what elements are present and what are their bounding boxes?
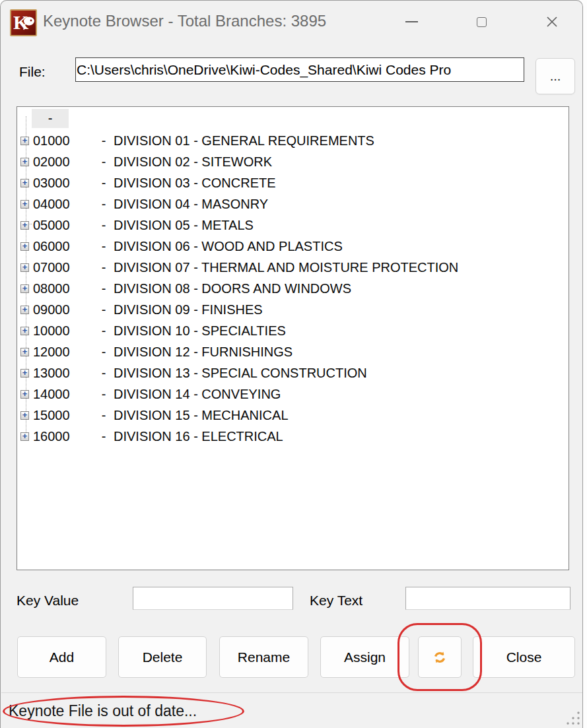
expand-plus-icon[interactable]: +	[20, 158, 29, 166]
tree-item-code: 10000	[33, 323, 94, 339]
tree-item[interactable]: +02000-DIVISION 02 - SITEWORK	[17, 151, 568, 172]
tree-item-separator: -	[94, 197, 114, 212]
tree-item-code: 14000	[33, 387, 94, 402]
tree-item[interactable]: +09000-DIVISION 09 - FINISHES	[17, 299, 568, 320]
expand-plus-icon[interactable]: +	[20, 390, 29, 399]
tree-item-separator: -	[94, 176, 114, 191]
tree-item-label: DIVISION 01 - GENERAL REQUIREMENTS	[114, 133, 374, 149]
expand-plus-icon[interactable]: +	[20, 221, 29, 230]
tree-item-code: 13000	[33, 366, 94, 381]
key-value-input[interactable]	[133, 587, 293, 610]
tree-item[interactable]: +13000-DIVISION 13 - SPECIAL CONSTRUCTIO…	[17, 362, 568, 383]
kiwi-bird-icon	[23, 16, 35, 30]
tree-rows: +01000-DIVISION 01 - GENERAL REQUIREMENT…	[17, 130, 568, 447]
rename-button[interactable]: Rename	[219, 636, 308, 678]
tree-item-separator: -	[94, 239, 114, 254]
maximize-icon	[477, 17, 487, 27]
tree-item-label: DIVISION 16 - ELECTRICAL	[114, 429, 283, 444]
tree-item-separator: -	[94, 154, 114, 170]
tree-item-separator: -	[94, 133, 114, 149]
expand-plus-icon[interactable]: +	[20, 348, 29, 356]
keynote-tree-view[interactable]: - +01000-DIVISION 01 - GENERAL REQUIREME…	[17, 106, 569, 570]
tree-item[interactable]: +03000-DIVISION 03 - CONCRETE	[17, 172, 568, 193]
minimize-icon	[405, 21, 418, 22]
tree-item-label: DIVISION 07 - THERMAL AND MOISTURE PROTE…	[114, 260, 458, 275]
tree-root-node[interactable]: -	[32, 109, 69, 128]
tree-item-label: DIVISION 06 - WOOD AND PLASTICS	[114, 239, 343, 254]
key-text-label: Key Text	[310, 593, 363, 609]
file-label: File:	[19, 64, 46, 80]
tree-item-code: 06000	[33, 239, 94, 254]
expand-plus-icon[interactable]: +	[20, 284, 29, 293]
screen: K Keynote Browser - Total Branches: 3895…	[0, 0, 587, 728]
tree-item-label: DIVISION 15 - MECHANICAL	[114, 408, 289, 423]
expand-plus-icon[interactable]: +	[20, 369, 29, 378]
tree-item-code: 08000	[33, 281, 94, 296]
expand-plus-icon[interactable]: +	[20, 200, 29, 209]
expand-plus-icon[interactable]: +	[20, 327, 29, 335]
close-icon	[545, 15, 559, 28]
tree-item-separator: -	[94, 260, 114, 275]
expand-plus-icon[interactable]: +	[20, 263, 29, 272]
minimize-button[interactable]	[396, 9, 427, 35]
add-button[interactable]: Add	[17, 636, 106, 678]
window-title: Keynote Browser - Total Branches: 3895	[43, 12, 326, 30]
file-path-input[interactable]	[75, 57, 524, 82]
tree-item[interactable]: +06000-DIVISION 06 - WOOD AND PLASTICS	[17, 236, 568, 257]
keynote-browser-window: K Keynote Browser - Total Branches: 3895…	[0, 0, 583, 728]
tree-item-separator: -	[94, 408, 114, 423]
tree-item[interactable]: +08000-DIVISION 08 - DOORS AND WINDOWS	[17, 278, 568, 299]
key-text-input[interactable]	[405, 587, 570, 610]
tree-item-label: DIVISION 10 - SPECIALTIES	[114, 323, 286, 339]
tree-item[interactable]: +16000-DIVISION 16 - ELECTRICAL	[17, 426, 568, 447]
tree-item-separator: -	[94, 281, 114, 296]
tree-item-label: DIVISION 13 - SPECIAL CONSTRUCTION	[114, 366, 367, 381]
tree-item-code: 04000	[33, 197, 94, 212]
tree-item-separator: -	[94, 323, 114, 339]
expand-plus-icon[interactable]: +	[20, 179, 29, 187]
tree-item-code: 12000	[33, 345, 94, 360]
tree-item[interactable]: +15000-DIVISION 15 - MECHANICAL	[17, 405, 568, 426]
status-message: Keynote File is out of date...	[9, 702, 197, 720]
tree-item-code: 15000	[33, 408, 94, 423]
tree-item-label: DIVISION 08 - DOORS AND WINDOWS	[114, 281, 351, 296]
tree-item-label: DIVISION 09 - FINISHES	[114, 302, 263, 317]
sync-icon	[432, 649, 448, 665]
tree-item-separator: -	[94, 387, 114, 402]
delete-button[interactable]: Delete	[118, 636, 207, 678]
maximize-button[interactable]	[466, 9, 497, 35]
assign-button[interactable]: Assign	[320, 636, 409, 678]
tree-item-label: DIVISION 04 - MASONRY	[114, 197, 268, 212]
expand-plus-icon[interactable]: +	[20, 137, 29, 145]
expand-plus-icon[interactable]: +	[20, 432, 29, 441]
tree-item-separator: -	[94, 429, 114, 444]
close-button[interactable]: Close	[473, 636, 575, 678]
tree-item-code: 05000	[33, 218, 94, 233]
tree-item-label: DIVISION 14 - CONVEYING	[114, 387, 281, 402]
titlebar[interactable]: K Keynote Browser - Total Branches: 3895	[1, 1, 582, 44]
browse-button[interactable]: ...	[535, 58, 575, 94]
tree-item[interactable]: +07000-DIVISION 07 - THERMAL AND MOISTUR…	[17, 257, 568, 278]
tree-item-code: 07000	[33, 260, 94, 275]
key-value-label: Key Value	[17, 593, 79, 609]
tree-item-code: 01000	[33, 133, 94, 149]
tree-item[interactable]: +14000-DIVISION 14 - CONVEYING	[17, 383, 568, 405]
tree-item[interactable]: +01000-DIVISION 01 - GENERAL REQUIREMENT…	[17, 130, 568, 151]
tree-item-code: 03000	[33, 176, 94, 191]
tree-item[interactable]: +04000-DIVISION 04 - MASONRY	[17, 193, 568, 215]
tree-item-separator: -	[94, 302, 114, 317]
close-window-button[interactable]	[537, 9, 567, 35]
tree-item-label: DIVISION 03 - CONCRETE	[114, 176, 276, 191]
resize-grip[interactable]	[564, 709, 581, 726]
expand-plus-icon[interactable]: +	[20, 242, 29, 251]
refresh-button[interactable]	[418, 636, 462, 678]
expand-plus-icon[interactable]: +	[20, 411, 29, 420]
tree-item-code: 02000	[33, 154, 94, 170]
tree-item[interactable]: +05000-DIVISION 05 - METALS	[17, 215, 568, 236]
expand-plus-icon[interactable]: +	[20, 306, 29, 314]
tree-item[interactable]: +10000-DIVISION 10 - SPECIALTIES	[17, 320, 568, 341]
tree-item-code: 09000	[33, 302, 94, 317]
tree-item[interactable]: +12000-DIVISION 12 - FURNISHINGS	[17, 341, 568, 362]
tree-item-separator: -	[94, 218, 114, 233]
tree-item-label: DIVISION 02 - SITEWORK	[114, 154, 272, 170]
